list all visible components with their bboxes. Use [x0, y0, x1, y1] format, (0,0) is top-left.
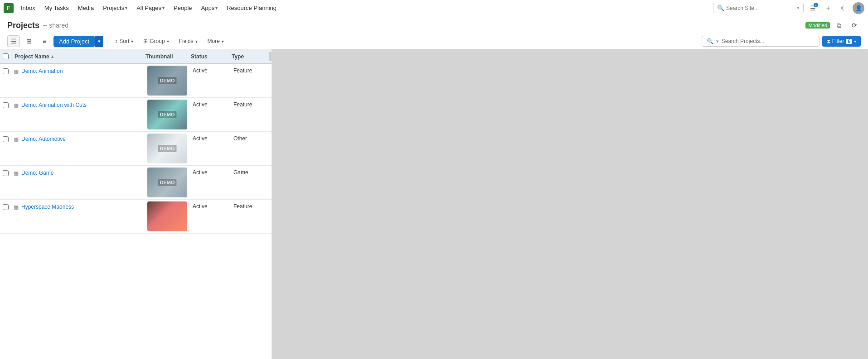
row-status-2: Active — [190, 98, 231, 131]
row-thumbnail-1: DEMO — [145, 64, 190, 97]
row-thumbnail-3: DEMO — [145, 132, 190, 165]
add-project-dropdown-button[interactable]: ▾ — [95, 36, 103, 47]
nav-right-area: 🔍 ▾ ☰ 1 ＋ ☾ 👤 — [713, 2, 864, 14]
row-name-2: ▦ Demo: Animation with Cuts — [11, 98, 145, 131]
column-header-type[interactable]: Type — [228, 53, 269, 60]
project-icon: ▦ — [14, 136, 19, 143]
row-checkbox-2[interactable] — [0, 98, 11, 131]
table-body: ▦ Demo: Animation DEMO Active Feature ▦ — [0, 64, 272, 234]
filter-count-badge: 6 — [846, 39, 852, 44]
table-row[interactable]: ▦ Demo: Animation DEMO Active Feature — [0, 64, 272, 98]
row-status-3: Active — [190, 132, 231, 165]
column-resize-handle[interactable] — [269, 52, 272, 61]
top-nav: F Inbox My Tasks Media Projects ▾ All Pa… — [0, 0, 868, 16]
nav-apps[interactable]: Apps ▾ — [198, 3, 222, 13]
refresh-button[interactable]: ⟳ — [848, 19, 861, 32]
sort-button[interactable]: ↕ Sort ▾ — [111, 36, 137, 46]
table-row[interactable]: ▦ Demo: Animation with Cuts DEMO Active … — [0, 98, 272, 132]
thumbnail-label: DEMO — [158, 77, 177, 84]
theme-toggle[interactable]: ☾ — [837, 2, 850, 14]
fields-button[interactable]: Fields ▾ — [175, 36, 201, 46]
project-link-4[interactable]: Demo: Game — [21, 169, 53, 177]
projects-search[interactable]: 🔍 ▾ — [702, 36, 820, 47]
row-thumbnail-2: DEMO — [145, 98, 190, 131]
nav-my-tasks[interactable]: My Tasks — [41, 3, 73, 13]
nav-media[interactable]: Media — [74, 3, 97, 13]
row-type-3: Other — [231, 132, 272, 165]
projects-search-input[interactable] — [722, 38, 815, 44]
project-link-2[interactable]: Demo: Animation with Cuts — [21, 101, 87, 109]
project-link-5[interactable]: Hyperspace Madness — [21, 203, 74, 211]
add-project-group: Add Project ▾ — [53, 36, 103, 47]
table-row[interactable]: ▦ Demo: Automotive DEMO Active Other — [0, 132, 272, 166]
row-status-4: Active — [190, 166, 231, 199]
thumbnail-label: DEMO — [158, 111, 177, 118]
chevron-down-icon: ▾ — [854, 39, 856, 44]
separator — [107, 37, 107, 46]
global-search[interactable]: 🔍 ▾ — [713, 3, 804, 13]
header-checkbox[interactable] — [0, 53, 11, 59]
row-name-4: ▦ Demo: Game — [11, 166, 145, 199]
row-name-5: ▦ Hyperspace Madness — [11, 200, 145, 233]
group-button[interactable]: ⊞ Group ▾ — [140, 36, 172, 46]
modified-badge: Modified — [805, 22, 830, 29]
row-select-checkbox[interactable] — [3, 136, 9, 142]
row-select-checkbox[interactable] — [3, 102, 9, 108]
chevron-down-icon: ▾ — [222, 39, 224, 44]
column-header-name[interactable]: Project Name ▴ — [11, 53, 142, 60]
column-header-status[interactable]: Status — [187, 53, 228, 60]
row-select-checkbox[interactable] — [3, 170, 9, 176]
chevron-down-icon: ▾ — [215, 5, 218, 10]
more-button[interactable]: More ▾ — [204, 36, 228, 46]
user-avatar[interactable]: 👤 — [853, 2, 864, 14]
thumbnail-label: DEMO — [158, 145, 177, 152]
nav-resource-planning[interactable]: Resource Planning — [223, 3, 280, 13]
app-logo[interactable]: F — [4, 3, 14, 13]
filter-icon: ⧗ — [827, 38, 830, 44]
nav-all-pages[interactable]: All Pages ▾ — [133, 3, 168, 13]
nav-inbox[interactable]: Inbox — [17, 3, 39, 13]
row-name-3: ▦ Demo: Automotive — [11, 132, 145, 165]
thumbnail-image-5 — [147, 201, 187, 231]
project-icon: ▦ — [14, 204, 19, 211]
view-table-button[interactable]: ☰ — [7, 35, 20, 47]
select-all-checkbox[interactable] — [3, 53, 9, 59]
row-checkbox-4[interactable] — [0, 166, 11, 199]
row-thumbnail-5 — [145, 200, 190, 233]
thumbnail-image-2: DEMO — [147, 100, 187, 129]
project-link-3[interactable]: Demo: Automotive — [21, 135, 66, 143]
filter-button[interactable]: ⧗ Filter 6 ▾ — [822, 36, 861, 47]
row-checkbox-1[interactable] — [0, 64, 11, 97]
page-subtitle: -- shared — [43, 22, 68, 29]
chevron-down-icon: ▾ — [167, 39, 169, 44]
project-link-1[interactable]: Demo: Animation — [21, 67, 63, 75]
table-row[interactable]: ▦ Demo: Game DEMO Active Game — [0, 166, 272, 200]
subheader-right: Modified ⧉ ⟳ — [805, 19, 861, 32]
row-type-1: Feature — [231, 64, 272, 97]
row-checkbox-5[interactable] — [0, 200, 11, 233]
row-select-checkbox[interactable] — [3, 68, 9, 74]
column-header-thumbnail[interactable]: Thumbnail — [142, 53, 187, 60]
notification-badge: 1 — [814, 3, 818, 7]
add-project-button[interactable]: Add Project — [53, 36, 95, 47]
row-checkbox-3[interactable] — [0, 132, 11, 165]
copy-button[interactable]: ⧉ — [833, 19, 845, 32]
view-list-button[interactable]: ≡ — [38, 35, 51, 47]
nav-projects[interactable]: Projects ▾ — [99, 3, 131, 13]
empty-area — [272, 49, 868, 359]
avatar-icon: 👤 — [855, 5, 862, 11]
notifications-button[interactable]: ☰ 1 — [806, 2, 819, 14]
sort-indicator-icon: ▴ — [51, 54, 53, 59]
thumbnail-image-1: DEMO — [147, 66, 187, 96]
view-grid-button[interactable]: ⊞ — [23, 35, 35, 47]
table-row[interactable]: ▦ Hyperspace Madness Active Feature — [0, 200, 272, 234]
chevron-down-icon: ▾ — [125, 5, 127, 10]
add-button[interactable]: ＋ — [822, 2, 834, 14]
nav-people[interactable]: People — [170, 3, 195, 13]
thumbnail-label: DEMO — [158, 179, 177, 186]
row-select-checkbox[interactable] — [3, 204, 9, 210]
row-type-2: Feature — [231, 98, 272, 131]
thumbnail-image-4: DEMO — [147, 168, 187, 197]
row-status-1: Active — [190, 64, 231, 97]
global-search-input[interactable] — [726, 5, 795, 11]
